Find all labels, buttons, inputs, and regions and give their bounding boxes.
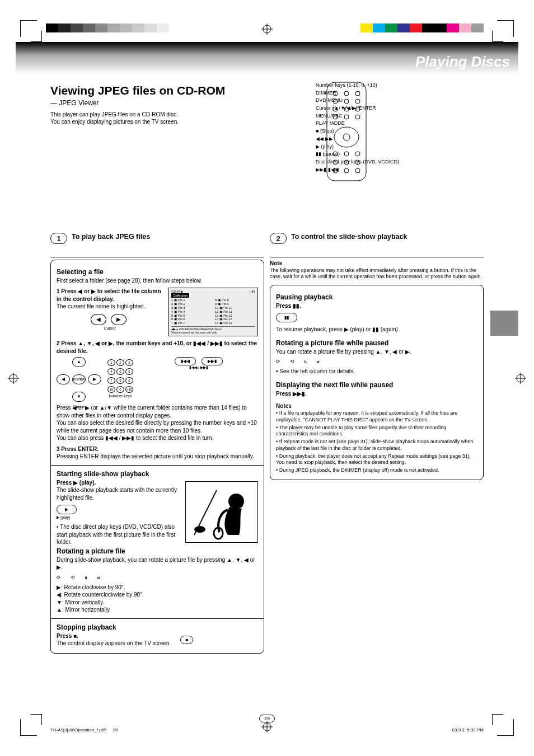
mirror-v-icon: ⇅ <box>85 575 87 580</box>
heading: Rotating a picture file <box>57 547 258 555</box>
body: To resume playback, press ▶ (play) or ▮▮… <box>276 326 477 334</box>
label: ▮◀◀ / ▶▶▮ <box>139 365 258 370</box>
tv-screen-mockup: CD-R ■ –:36 Collection 1 ▣ Pic-1 2 ▣ Pic… <box>168 288 258 336</box>
footer-meta-left: TH-A9[J]-06Operation_f.p65 29 <box>50 727 118 732</box>
body: The slide-show playback starts with the … <box>57 486 180 501</box>
callout: ▶▶▮ ▮◀◀ <box>316 167 484 173</box>
file: 9 ▣ Pic-9 <box>215 302 255 306</box>
rotate-ccw-icon: ⟲ <box>71 575 74 580</box>
remote-callout-list: Number keys (1-10, 0, +10) DIMMER DVD ME… <box>316 81 484 174</box>
file: 14 ▣ Pic-14 <box>215 321 255 325</box>
cursor-down-icon: ▼ <box>72 392 86 402</box>
bullet: • The disc direct play keys (DVD, VCD/CD… <box>57 523 180 546</box>
body: The control display appears on the TV sc… <box>57 640 171 647</box>
bullet: • See the left column for details. <box>276 368 477 375</box>
sax-player-illustration <box>185 481 258 543</box>
registration-mark-icon <box>515 373 526 384</box>
body: You can rotate a picture file by pressin… <box>276 348 477 356</box>
step2-title: To control the slide-show playback <box>291 233 407 242</box>
heading: Selecting a file <box>57 268 258 276</box>
substep: 2 Press ▲, ▼, ◀ or ▶, the number keys an… <box>57 340 258 355</box>
rotation-icons: ⟳ ⟲ ⇅ ⇄ <box>57 575 258 580</box>
note-item: • If Repeat mode is not set (see page 31… <box>276 439 477 452</box>
rotation-icons: ⟳ ⟲ ⇅ ⇄ <box>276 359 477 364</box>
file: 4 ▣ Pic-4 <box>171 310 212 314</box>
number-keypad-illustration: 123 456 789 100+10 Number keys <box>107 357 134 398</box>
screen-time: –:36 <box>249 290 255 293</box>
callout: MENU/PBC <box>316 113 484 120</box>
prev-track-icon: ▮◀◀ <box>175 357 196 365</box>
bullet: You can also select the desired file dir… <box>57 419 258 434</box>
enter-button-icon: ENTER <box>72 374 86 384</box>
section-title: Playing Discs <box>415 53 510 71</box>
crop-mark <box>492 31 503 42</box>
callout: PLAY MODE <box>316 120 484 127</box>
note-title: Note <box>270 260 484 266</box>
registration-mark-icon <box>8 373 19 384</box>
page-number: 29 <box>259 715 275 722</box>
callout: ▶ (play) <box>316 144 484 151</box>
file: 12 ▣ Pic-12 <box>215 314 255 318</box>
callout: DIMMER <box>316 90 484 97</box>
heading: Stopping playback <box>57 623 258 631</box>
file: 11 ▣ Pic-11 <box>215 310 255 314</box>
cursor-up-icon: ▲ <box>72 357 86 367</box>
callout: Number keys (1-10, 0, +10) <box>316 82 484 89</box>
mirror-h-icon: ⇄ <box>97 575 99 580</box>
callout: ■ (Stop) <box>316 128 484 135</box>
body: Pressing ENTER displays the selected pic… <box>57 453 258 461</box>
note-item: • If a file is unplayable for any reason… <box>276 410 477 423</box>
file: 6 ▣ Pic-6 <box>171 317 212 321</box>
body: Press ▶ (play). <box>57 479 180 487</box>
play-button-icon: ▶ <box>57 505 77 514</box>
step1-title: To play back JPEG files <box>72 233 150 242</box>
dpad-illustration: ▲ ▼ ◀ ▶ ENTER Cursor <box>57 357 101 402</box>
body: First select a folder (see page 28), the… <box>57 277 258 285</box>
body: Press ▮▮. <box>276 302 477 310</box>
substep: 3 Press ENTER. <box>57 445 258 453</box>
substep-note: The current file name is highlighted. <box>57 303 163 311</box>
heading: Rotating a picture file while paused <box>276 339 477 347</box>
grayscale-swatches <box>46 24 169 32</box>
callout: Cursor (▲/▼/◀/▶)/ENTER <box>316 105 484 112</box>
note-item: • During playback, the player does not a… <box>276 453 477 466</box>
file: 8 ▣ Pic-8 <box>215 298 255 302</box>
rotate-cw-icon: ⟳ <box>57 575 60 580</box>
mirror-h-icon: ⇄ <box>316 359 318 364</box>
crop-mark <box>31 31 42 42</box>
registration-mark-icon <box>261 721 273 732</box>
section-header-banner: Playing Discs <box>16 42 518 76</box>
file: 5 ▣ Pic-5 <box>171 314 212 318</box>
footer-meta-right: 03.9.3, 5:33 PM <box>452 727 484 732</box>
bullet: ▲: Mirror horizontally. <box>57 606 258 614</box>
label: ▶ (play) <box>57 515 180 520</box>
step-number-2: 2 <box>270 233 287 244</box>
body: Press ■. <box>57 632 171 640</box>
rotate-ccw-icon: ⟲ <box>290 359 294 364</box>
substep: 1 Press ◀ or ▶ to select the file column… <box>57 288 163 303</box>
bullet: You can also press ▮◀◀ / ▶▶▮ to select t… <box>57 434 258 442</box>
pause-button-icon: ▮▮ <box>276 313 297 322</box>
svg-point-38 <box>228 494 244 509</box>
screen-folder: Collection <box>171 293 189 298</box>
notes-title: Notes <box>276 403 477 409</box>
file: 13 ▣ Pic-13 <box>215 317 255 321</box>
cursor-left-icon: ◀ <box>57 374 70 384</box>
svg-point-37 <box>194 526 205 533</box>
cursor-right-icon: ▶ <box>88 374 101 384</box>
cursor-right-icon: ▶ <box>111 314 127 325</box>
file: 3 ▣ Pic-3 <box>171 306 212 310</box>
callout: ◀◀ ▶▶ <box>316 136 484 143</box>
registration-mark-icon <box>261 24 273 35</box>
file: 10 ▣ Pic-10 <box>215 306 255 310</box>
mirror-v-icon: ⇅ <box>304 359 306 364</box>
file: 1 ▣ Pic-1 <box>171 298 212 302</box>
step-number-1: 1 <box>50 233 67 244</box>
callout: ▮▮ (pause) <box>316 151 484 158</box>
crop-mark <box>492 714 503 725</box>
side-tab <box>490 311 518 336</box>
bullet: ▶: Rotate clockwise by 90°. <box>57 584 258 591</box>
bullet: ▼: Mirror vertically. <box>57 599 258 607</box>
color-swatches <box>360 24 484 32</box>
label: Number keys <box>107 394 134 398</box>
